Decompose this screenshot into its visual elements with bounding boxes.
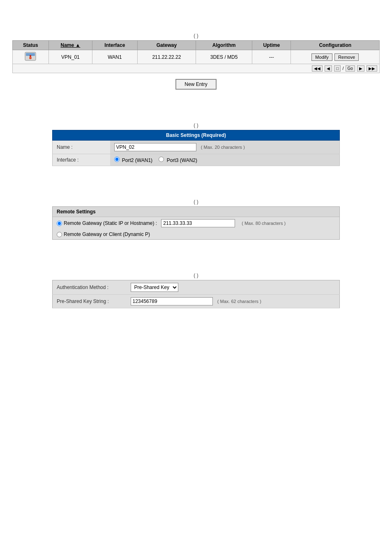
pagination-row: ◀◀ ◀ □ / Go ▶ ▶▶ xyxy=(12,64,380,73)
status-cell xyxy=(13,50,49,64)
go-btn[interactable]: Go xyxy=(346,65,355,72)
section3-title: ( ) xyxy=(12,199,380,205)
psk-label: Pre-Shared Key String : xyxy=(53,295,127,308)
port3-radio[interactable] xyxy=(159,157,164,162)
col-configuration: Configuration xyxy=(291,41,380,50)
name-input[interactable] xyxy=(114,143,196,151)
static-ip-max-chars: ( Max. 80 characters ) xyxy=(242,221,286,226)
table-row: VPN_01 WAN1 211.22.22.22 3DES / MD5 --- … xyxy=(13,50,380,64)
basic-settings-section: ( ) Basic Settings (Required) Name : ( M… xyxy=(12,123,380,166)
new-entry-row: New Entry xyxy=(12,79,380,90)
vpn-interface: WAN1 xyxy=(92,50,138,64)
static-ip-text: Remote Gateway (Static IP or Hostname) : xyxy=(64,220,157,226)
remote-settings-title: Remote Settings xyxy=(53,207,339,217)
psk-max-chars: ( Max. 62 characters ) xyxy=(217,299,261,304)
port2-radio-label[interactable]: Port2 (WAN1) xyxy=(114,157,154,163)
port3-radio-label[interactable]: Port3 (WAN2) xyxy=(159,157,197,163)
name-value-cell: ( Max. 20 characters ) xyxy=(110,141,340,154)
name-row: Name : ( Max. 20 characters ) xyxy=(53,141,340,154)
auth-method-value-cell: Pre-Shared Key xyxy=(127,280,340,295)
basic-settings-table: Name : ( Max. 20 characters ) Interface … xyxy=(52,141,340,166)
vpn-gateway: 211.22.22.22 xyxy=(137,50,196,64)
auth-method-row: Authentication Method : Pre-Shared Key xyxy=(53,280,340,295)
vpn-config-cell: Modify Remove xyxy=(291,50,380,64)
modify-button[interactable]: Modify xyxy=(311,53,332,61)
port2-radio[interactable] xyxy=(114,157,120,162)
section2-title: ( ) xyxy=(12,123,380,128)
vpn-uptime: --- xyxy=(252,50,291,64)
section1-title: ( ) xyxy=(12,33,380,39)
static-ip-input[interactable] xyxy=(161,219,235,227)
remote-settings-box: Remote Settings Remote Gateway (Static I… xyxy=(52,206,340,240)
svg-rect-3 xyxy=(30,55,31,57)
interface-label: Interface : xyxy=(53,154,110,166)
name-label: Name : xyxy=(53,141,110,154)
vpn-status-icon xyxy=(25,52,36,61)
psk-string-row: Pre-Shared Key String : ( Max. 62 charac… xyxy=(53,295,340,308)
name-max-chars: ( Max. 20 characters ) xyxy=(201,145,245,150)
psk-value-cell: ( Max. 62 characters ) xyxy=(127,295,340,308)
basic-settings-header: Basic Settings (Required) xyxy=(52,130,340,141)
auth-section: ( ) Authentication Method : Pre-Shared K… xyxy=(12,273,380,308)
page-box[interactable]: □ xyxy=(334,65,341,72)
col-algorithm: Algorithm xyxy=(196,41,252,50)
psk-input[interactable] xyxy=(131,297,213,305)
dynamic-ip-text: Remote Gateway or Client (Dynamic P) xyxy=(64,231,150,237)
new-entry-button[interactable]: New Entry xyxy=(175,79,216,90)
first-page-btn[interactable]: ◀◀ xyxy=(312,65,323,72)
col-gateway: Gateway xyxy=(137,41,196,50)
static-ip-label[interactable]: Remote Gateway (Static IP or Hostname) : xyxy=(57,220,157,226)
interface-row: Interface : Port2 (WAN1) Port3 (WAN2) xyxy=(53,154,340,166)
vpn-table-section: ( ) Status Name ▲ Interface Gateway Algo… xyxy=(12,33,380,90)
dynamic-ip-row: Remote Gateway or Client (Dynamic P) xyxy=(53,229,339,239)
static-ip-row: Remote Gateway (Static IP or Hostname) :… xyxy=(53,217,339,229)
static-ip-radio[interactable] xyxy=(57,221,62,226)
page-separator: / xyxy=(342,66,345,71)
prev-page-btn[interactable]: ◀ xyxy=(325,65,332,72)
remove-button[interactable]: Remove xyxy=(334,53,359,61)
col-status: Status xyxy=(13,41,49,50)
col-uptime: Uptime xyxy=(252,41,291,50)
dynamic-ip-label[interactable]: Remote Gateway or Client (Dynamic P) xyxy=(57,231,150,237)
col-interface: Interface xyxy=(92,41,138,50)
vpn-list-table: Status Name ▲ Interface Gateway Algorith… xyxy=(12,40,380,64)
auth-method-select[interactable]: Pre-Shared Key xyxy=(131,283,178,292)
col-name: Name ▲ xyxy=(48,41,92,50)
dynamic-ip-radio[interactable] xyxy=(57,232,62,237)
next-page-btn[interactable]: ▶ xyxy=(357,65,364,72)
last-page-btn[interactable]: ▶▶ xyxy=(367,65,377,72)
vpn-name: VPN_01 xyxy=(48,50,92,64)
auth-method-label: Authentication Method : xyxy=(53,280,127,295)
vpn-algorithm: 3DES / MD5 xyxy=(196,50,252,64)
remote-settings-section: ( ) Remote Settings Remote Gateway (Stat… xyxy=(12,199,380,240)
section4-title: ( ) xyxy=(12,273,380,278)
svg-point-2 xyxy=(29,57,32,59)
auth-table: Authentication Method : Pre-Shared Key P… xyxy=(52,280,340,308)
interface-value-cell: Port2 (WAN1) Port3 (WAN2) xyxy=(110,154,340,166)
